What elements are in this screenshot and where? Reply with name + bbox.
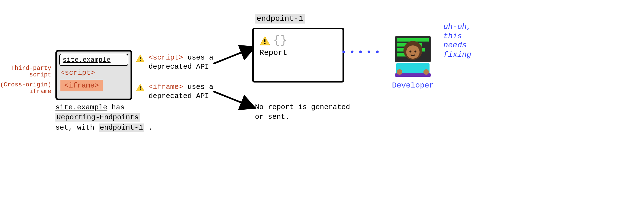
source-page-box: site.example <script> <iframe> bbox=[55, 50, 132, 100]
braces-icon: {} bbox=[273, 34, 288, 47]
svg-point-8 bbox=[264, 43, 266, 44]
iframe-tag-label: <iframe> bbox=[60, 80, 103, 91]
developer-figure: Developer bbox=[385, 30, 441, 90]
developer-label: Developer bbox=[385, 81, 441, 90]
endpoint-box: {} Report bbox=[252, 28, 344, 83]
warning-icon bbox=[136, 53, 145, 63]
caption-domain: site.example bbox=[55, 103, 107, 112]
svg-point-5 bbox=[140, 89, 141, 90]
report-label: Report bbox=[259, 48, 337, 57]
svg-rect-4 bbox=[140, 86, 140, 89]
developer-icon bbox=[388, 30, 438, 78]
warning-icon bbox=[259, 36, 270, 46]
svg-point-20 bbox=[397, 69, 402, 75]
svg-point-15 bbox=[406, 45, 420, 59]
svg-point-17 bbox=[415, 51, 416, 53]
svg-rect-1 bbox=[140, 57, 140, 59]
script-tag-label: <script> bbox=[60, 69, 95, 77]
note-cross-origin-iframe: (Cross-origin) iframe bbox=[0, 82, 51, 95]
svg-rect-7 bbox=[264, 39, 265, 42]
caption-header: Reporting-Endpoints bbox=[55, 113, 140, 122]
arrow-to-noreport bbox=[213, 89, 258, 111]
address-bar: site.example bbox=[59, 54, 128, 66]
developer-thought: uh-oh, this needs fixing bbox=[443, 22, 499, 59]
caption-endpoint: endpoint-1 bbox=[99, 123, 144, 132]
svg-point-16 bbox=[410, 51, 412, 53]
warning-icon bbox=[136, 83, 145, 92]
endpoint-name-label: endpoint-1 bbox=[255, 14, 305, 24]
source-caption: site.example has Reporting-Endpoints set… bbox=[55, 102, 158, 133]
svg-point-21 bbox=[423, 69, 429, 75]
svg-point-2 bbox=[140, 60, 141, 61]
connection-dots: ••••• bbox=[341, 47, 383, 58]
no-report-text: No report is generated or sent. bbox=[255, 102, 352, 122]
address-bar-url: site.example bbox=[63, 56, 111, 64]
diagram-stage: Third-party script (Cross-origin) iframe… bbox=[0, 0, 644, 211]
arrow-to-endpoint bbox=[213, 44, 258, 66]
note-third-party-script: Third-party script bbox=[0, 65, 51, 78]
